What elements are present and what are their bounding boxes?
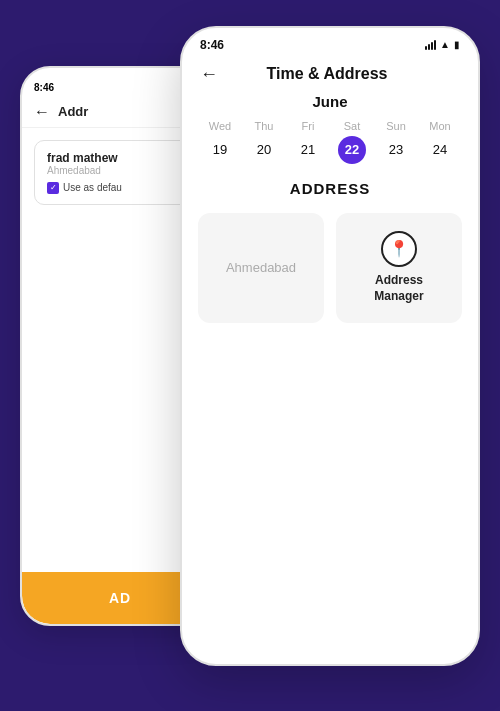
address-heading: ADDRESS (198, 180, 462, 197)
cal-day-22[interactable]: Sat22 (338, 120, 366, 164)
back-screen-title: Addr (58, 104, 88, 119)
cal-day-num[interactable]: 23 (382, 136, 410, 164)
back-button[interactable]: ← (200, 64, 218, 85)
cal-day-name: Fri (302, 120, 315, 132)
cal-day-name: Sun (386, 120, 406, 132)
signal-icon (425, 40, 436, 50)
battery-icon: ▮ (454, 39, 460, 50)
cal-day-num[interactable]: 22 (338, 136, 366, 164)
cal-day-num[interactable]: 24 (426, 136, 454, 164)
calendar-month: June (198, 93, 462, 110)
wifi-icon: ▲ (440, 39, 450, 50)
cal-day-num[interactable]: 20 (250, 136, 278, 164)
user-name: frad mathew (47, 151, 193, 165)
addr-card-ahmedabad[interactable]: Ahmedabad (198, 213, 324, 323)
cal-day-num[interactable]: 19 (206, 136, 234, 164)
front-time: 8:46 (200, 38, 224, 52)
cal-day-name: Mon (429, 120, 450, 132)
back-time: 8:46 (34, 82, 54, 93)
default-checkbox[interactable]: ✓ Use as defau (47, 182, 193, 194)
cal-day-20[interactable]: Thu20 (250, 120, 278, 164)
cal-day-24[interactable]: Mon24 (426, 120, 454, 164)
address-manager-label: AddressManager (374, 273, 423, 304)
user-city: Ahmedabad (47, 165, 193, 176)
cal-day-23[interactable]: Sun23 (382, 120, 410, 164)
address-manager-icon: 📍 (381, 231, 417, 267)
status-bar: 8:46 ▲ ▮ (182, 28, 478, 56)
cal-day-name: Sat (344, 120, 361, 132)
front-header: ← Time & Address (182, 56, 478, 93)
addr-card-manager[interactable]: 📍 AddressManager (336, 213, 462, 323)
cal-day-name: Thu (255, 120, 274, 132)
cal-day-21[interactable]: Fri21 (294, 120, 322, 164)
calendar-row: Wed19Thu20Fri21Sat22Sun23Mon24 (198, 120, 462, 164)
screen-title: Time & Address (267, 65, 388, 83)
back-cta-text: AD (109, 590, 131, 606)
address-cards-row: Ahmedabad 📍 AddressManager (198, 213, 462, 323)
cal-day-19[interactable]: Wed19 (206, 120, 234, 164)
scene: 8:46 ●●● ← Addr frad mathew Ahmedabad ✓ … (20, 26, 480, 686)
cal-day-num[interactable]: 21 (294, 136, 322, 164)
calendar-section: June Wed19Thu20Fri21Sat22Sun23Mon24 (182, 93, 478, 164)
ahmedabad-label: Ahmedabad (226, 260, 296, 275)
address-section: ADDRESS Ahmedabad 📍 AddressManager (182, 164, 478, 323)
front-phone: 8:46 ▲ ▮ ← Time & Address June Wed19Thu (180, 26, 480, 666)
status-icons: ▲ ▮ (425, 39, 460, 50)
checkbox-icon: ✓ (47, 182, 59, 194)
cal-day-name: Wed (209, 120, 231, 132)
checkbox-label: Use as defau (63, 182, 122, 193)
back-arrow-icon[interactable]: ← (34, 103, 50, 121)
